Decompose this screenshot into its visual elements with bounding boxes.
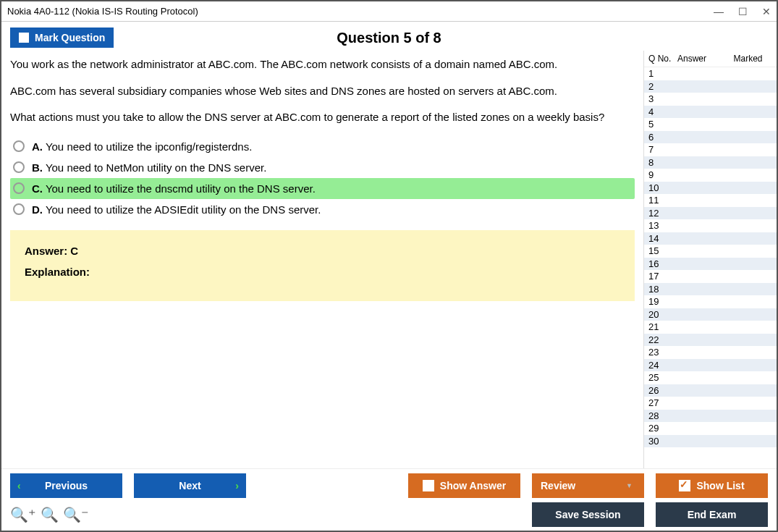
list-item[interactable]: 10 [644, 182, 777, 195]
list-item[interactable]: 14 [644, 232, 777, 245]
question-list-sidebar: Q No. Answer Marked 12345678910111213141… [643, 51, 777, 468]
answer-label: Answer: C [25, 245, 620, 257]
topbar: Mark Question Question 5 of 8 [1, 22, 777, 51]
mark-question-button[interactable]: Mark Question [10, 28, 114, 48]
next-label: Next [179, 480, 200, 491]
list-item[interactable]: 18 [644, 283, 777, 296]
footer: ‹ Previous Next › Show Answer Review ▼ S… [1, 468, 777, 528]
list-item[interactable]: 28 [644, 410, 777, 423]
list-item[interactable]: 11 [644, 194, 777, 207]
options-list: A. You need to utilize the ipconfig/regi… [10, 136, 635, 220]
list-item[interactable]: 12 [644, 207, 777, 220]
footer-row-primary: ‹ Previous Next › Show Answer Review ▼ S… [10, 473, 768, 498]
question-paragraph: You work as the network administrator at… [10, 56, 635, 73]
zoom-reset-icon[interactable]: 🔍 [41, 506, 59, 523]
option-text: D. You need to utilize the ADSIEdit util… [32, 203, 321, 216]
answer-option[interactable]: D. You need to utilize the ADSIEdit util… [10, 199, 635, 220]
col-qno: Q No. [648, 54, 677, 64]
list-item[interactable]: 19 [644, 295, 777, 308]
list-item[interactable]: 20 [644, 308, 777, 321]
list-item[interactable]: 7 [644, 143, 777, 156]
list-item[interactable]: 29 [644, 422, 777, 435]
sidebar-rows[interactable]: 1234567891011121314151617181920212223242… [644, 67, 777, 468]
minimize-icon[interactable]: — [714, 6, 724, 17]
answer-option[interactable]: B. You need to NetMon utility on the DNS… [10, 157, 635, 178]
radio-icon [13, 203, 25, 215]
main-area: You work as the network administrator at… [1, 51, 777, 468]
list-item[interactable]: 23 [644, 346, 777, 359]
zoom-in-icon[interactable]: 🔍⁺ [10, 506, 36, 523]
list-item[interactable]: 3 [644, 93, 777, 106]
window-title: Nokia 4A0-112 (Nokia IS-IS Routing Proto… [7, 6, 198, 17]
list-item[interactable]: 21 [644, 321, 777, 334]
question-content: You work as the network administrator at… [1, 51, 643, 468]
show-answer-label: Show Answer [440, 480, 506, 491]
window-controls: — ☐ ✕ [714, 6, 771, 17]
col-answer: Answer [677, 54, 724, 64]
checkbox-checked-icon [679, 480, 690, 491]
question-paragraph: ABC.com has several subsidiary companies… [10, 83, 635, 100]
list-item[interactable]: 5 [644, 118, 777, 131]
question-number-title: Question 5 of 8 [337, 30, 441, 46]
radio-icon [13, 161, 25, 173]
review-label: Review [541, 480, 575, 491]
col-marked: Marked [724, 54, 772, 64]
checkbox-icon [19, 33, 29, 43]
question-paragraph: What actions must you take to allow the … [10, 109, 635, 126]
zoom-out-icon[interactable]: 🔍⁻ [63, 506, 89, 523]
answer-option[interactable]: C. You need to utilize the dnscmd utilit… [10, 178, 635, 199]
next-button[interactable]: Next › [134, 473, 246, 498]
show-list-label: Show List [696, 480, 744, 491]
show-list-button[interactable]: Show List [656, 473, 768, 498]
chevron-right-icon: › [235, 480, 239, 491]
list-item[interactable]: 4 [644, 106, 777, 119]
list-item[interactable]: 6 [644, 131, 777, 144]
previous-button[interactable]: ‹ Previous [10, 473, 122, 498]
radio-icon [13, 182, 25, 194]
save-session-label: Save Session [555, 509, 620, 520]
save-session-button[interactable]: Save Session [532, 502, 644, 527]
zoom-controls: 🔍⁺ 🔍 🔍⁻ [10, 506, 89, 523]
close-icon[interactable]: ✕ [762, 6, 771, 17]
explanation-label: Explanation: [25, 266, 620, 278]
list-item[interactable]: 1 [644, 67, 777, 80]
end-exam-button[interactable]: End Exam [656, 502, 768, 527]
mark-question-label: Mark Question [35, 32, 105, 43]
list-item[interactable]: 16 [644, 258, 777, 271]
list-item[interactable]: 22 [644, 334, 777, 347]
chevron-left-icon: ‹ [17, 480, 21, 491]
option-text: A. You need to utilize the ipconfig/regi… [32, 140, 252, 153]
list-item[interactable]: 27 [644, 397, 777, 410]
review-button[interactable]: Review ▼ [532, 473, 644, 498]
answer-box: Answer: C Explanation: [10, 230, 635, 301]
radio-icon [13, 140, 25, 152]
list-item[interactable]: 30 [644, 435, 777, 448]
maximize-icon[interactable]: ☐ [738, 6, 748, 17]
footer-row-secondary: 🔍⁺ 🔍 🔍⁻ Save Session End Exam [10, 502, 768, 527]
list-item[interactable]: 8 [644, 156, 777, 169]
option-text: B. You need to NetMon utility on the DNS… [32, 161, 266, 174]
titlebar: Nokia 4A0-112 (Nokia IS-IS Routing Proto… [1, 1, 777, 22]
list-item[interactable]: 25 [644, 371, 777, 384]
list-item[interactable]: 24 [644, 359, 777, 372]
chevron-down-icon: ▼ [626, 482, 633, 489]
option-text: C. You need to utilize the dnscmd utilit… [32, 182, 316, 195]
answer-option[interactable]: A. You need to utilize the ipconfig/regi… [10, 136, 635, 157]
show-answer-button[interactable]: Show Answer [408, 473, 520, 498]
sidebar-header: Q No. Answer Marked [644, 51, 777, 67]
list-item[interactable]: 26 [644, 384, 777, 397]
list-item[interactable]: 17 [644, 270, 777, 283]
end-exam-label: End Exam [688, 509, 737, 520]
checkbox-icon [423, 480, 434, 491]
list-item[interactable]: 15 [644, 245, 777, 258]
list-item[interactable]: 2 [644, 80, 777, 93]
list-item[interactable]: 13 [644, 219, 777, 232]
list-item[interactable]: 9 [644, 169, 777, 182]
previous-label: Previous [45, 480, 88, 491]
